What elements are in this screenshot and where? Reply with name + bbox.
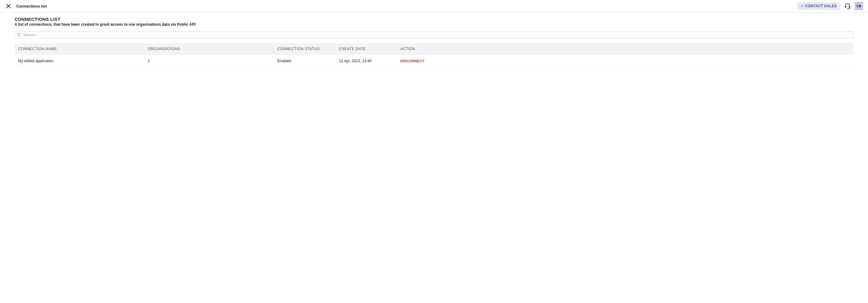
svg-rect-3 bbox=[849, 6, 850, 8]
breadcrumb: Connections list bbox=[16, 4, 47, 8]
topbar-left: Connections list bbox=[5, 2, 47, 10]
page-title: CONNECTIONS LIST bbox=[14, 17, 854, 22]
page-subtitle: A list of connections, that have been cr… bbox=[14, 22, 854, 27]
search-wrapper bbox=[14, 31, 854, 38]
topbar: Connections list + CONTACT SALES CB bbox=[0, 0, 868, 12]
avatar[interactable]: CB bbox=[855, 2, 863, 10]
column-header-create-date: CREATE DATE bbox=[339, 47, 400, 51]
close-icon bbox=[6, 4, 11, 8]
cell-create-date: 12 Apr. 2023, 13:40 bbox=[339, 59, 400, 63]
contact-sales-button[interactable]: + CONTACT SALES bbox=[797, 2, 841, 10]
disconnect-button[interactable]: DISCONNECT bbox=[400, 59, 425, 63]
topbar-right: + CONTACT SALES CB bbox=[797, 2, 864, 10]
svg-rect-2 bbox=[845, 6, 846, 8]
close-button[interactable] bbox=[5, 2, 12, 10]
svg-point-4 bbox=[847, 8, 848, 9]
headset-icon bbox=[844, 3, 851, 9]
plus-icon: + bbox=[801, 4, 803, 8]
cell-action: DISCONNECT bbox=[400, 59, 850, 63]
support-button[interactable] bbox=[843, 2, 852, 10]
cell-status: Enabled bbox=[277, 59, 339, 63]
column-header-status: CONNECTION STATUS bbox=[277, 47, 339, 51]
main-content: CONNECTIONS LIST A list of connections, … bbox=[0, 12, 868, 67]
table-row: My edited application 1 Enabled 12 Apr. … bbox=[14, 55, 854, 67]
cell-connection-name: My edited application bbox=[18, 59, 148, 63]
contact-sales-label: CONTACT SALES bbox=[805, 4, 837, 8]
connections-table: CONNECTION NAME ORGANISATIONS CONNECTION… bbox=[14, 43, 854, 67]
search-input[interactable] bbox=[14, 31, 854, 38]
cell-organisations: 1 bbox=[148, 59, 277, 63]
column-header-organisations: ORGANISATIONS bbox=[148, 47, 277, 51]
column-header-name: CONNECTION NAME bbox=[18, 47, 148, 51]
column-header-action: ACTION bbox=[400, 47, 850, 51]
table-header: CONNECTION NAME ORGANISATIONS CONNECTION… bbox=[14, 43, 854, 55]
